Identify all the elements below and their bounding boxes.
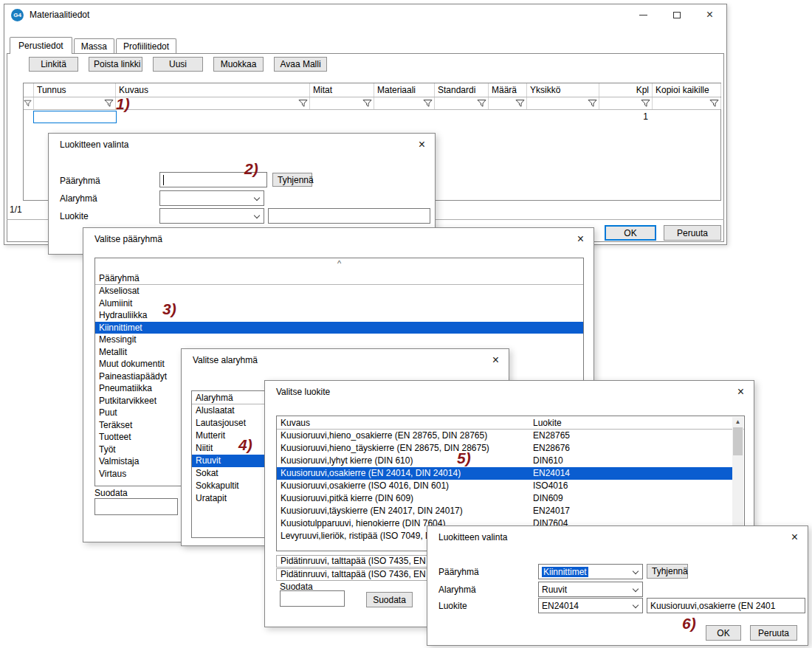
window-controls: × xyxy=(627,4,726,25)
ok-button[interactable]: OK xyxy=(706,625,741,641)
dialog-title[interactable]: Luokitteen valinta xyxy=(427,526,808,548)
kuvaus-column-header[interactable]: Kuvaus xyxy=(277,416,533,429)
item-luokite: EN28676 xyxy=(533,442,732,455)
column-filter-cell[interactable] xyxy=(489,97,527,109)
column-filter-cell[interactable] xyxy=(116,97,310,109)
alaryhma-combo[interactable] xyxy=(159,190,264,206)
luokite-description-field[interactable] xyxy=(268,208,430,224)
app-logo-icon: G4 xyxy=(11,9,24,21)
column-header[interactable]: Määrä xyxy=(489,83,527,97)
scrollbar-thumb[interactable] xyxy=(733,427,743,455)
column-header[interactable]: Mitat xyxy=(310,83,374,97)
main-window-title: Materiaalitiedot xyxy=(30,10,89,20)
cancel-button[interactable]: Peruuta xyxy=(750,625,797,641)
column-filter-cell[interactable] xyxy=(527,97,599,109)
close-icon[interactable]: × xyxy=(492,354,499,366)
chevron-down-icon xyxy=(633,568,639,574)
column-header[interactable]: Kpl xyxy=(599,83,653,97)
alaryhma-combo[interactable]: Ruuvit xyxy=(538,582,643,597)
clear-button[interactable]: Tyhjennä xyxy=(647,564,688,579)
list-item[interactable]: Messingit xyxy=(95,334,583,346)
toolbar-button[interactable]: Linkitä xyxy=(29,57,78,72)
maximize-button[interactable] xyxy=(660,4,693,25)
alaryhma-label: Alaryhmä xyxy=(60,193,97,204)
column-filter-cell[interactable] xyxy=(34,97,116,109)
filter-funnel-icon xyxy=(477,99,486,108)
column-header[interactable]: Yksikkö xyxy=(527,83,599,97)
annotation-4: 4) xyxy=(238,436,252,454)
dialog-title[interactable]: Valitse luokite xyxy=(265,381,754,403)
chevron-down-icon xyxy=(254,213,260,218)
scroll-up-icon[interactable]: ^ xyxy=(95,258,583,272)
filter-button[interactable]: Suodata xyxy=(366,592,413,607)
tab[interactable]: Profiilitiedot xyxy=(116,38,176,53)
tab[interactable]: Massa xyxy=(74,38,114,53)
toolbar: LinkitäPoista linkkiUusiMuokkaaAvaa Mall… xyxy=(29,57,327,72)
column-header[interactable]: Standardi xyxy=(435,83,489,97)
main-titlebar[interactable]: G4 Materiaalitiedot × xyxy=(4,4,726,25)
list-header: Pääryhmä xyxy=(95,272,583,285)
tab[interactable]: Perustiedot xyxy=(10,37,72,54)
clear-button[interactable]: Tyhjennä xyxy=(272,173,312,187)
toolbar-button[interactable]: Avaa Malli xyxy=(274,57,327,72)
annotation-2: 2) xyxy=(244,160,258,178)
list-header-row: Kuvaus Luokite xyxy=(277,416,744,430)
list-item[interactable]: Kuusioruuvi,hieno_täyskierre (EN 28675, … xyxy=(277,442,732,455)
toolbar-button[interactable]: Uusi xyxy=(153,57,203,72)
list-item[interactable]: Kuusioruuvi,osakierre (EN 24014, DIN 240… xyxy=(277,467,732,480)
list-item[interactable]: Kuusioruuvi,lyhyt kierre (DIN 610) DIN61… xyxy=(277,455,732,467)
column-header[interactable]: Kopioi kaikille xyxy=(653,83,721,97)
luokite-combo[interactable]: EN24014 xyxy=(538,598,643,613)
maximize-icon xyxy=(673,12,681,18)
tunnus-edit-cell[interactable] xyxy=(33,111,117,123)
dialog-luokitteen-valinta-2: Luokitteen valinta × Pääryhmä Kiinnittim… xyxy=(427,525,808,646)
column-filter-cell[interactable] xyxy=(310,97,374,109)
column-header[interactable]: Kuvaus xyxy=(116,83,310,97)
scroll-up-icon[interactable]: ▲ xyxy=(735,417,741,427)
luokite-description-field[interactable] xyxy=(647,598,805,613)
column-filter-cell[interactable] xyxy=(435,97,489,109)
close-icon[interactable]: × xyxy=(737,386,744,398)
column-filter-cell[interactable] xyxy=(653,97,721,109)
ok-button[interactable]: OK xyxy=(605,225,656,241)
column-filter-cell[interactable] xyxy=(24,97,34,109)
column-filter-cell[interactable] xyxy=(374,97,435,109)
dialog-title[interactable]: Valitse pääryhmä xyxy=(83,228,593,250)
filter-input[interactable] xyxy=(94,498,178,515)
list-item[interactable]: Kuusioruuvi,pitkä kierre (DIN 609) DIN60… xyxy=(277,492,732,505)
filter-funnel-icon xyxy=(423,99,433,108)
item-luokite: EN24017 xyxy=(533,505,732,517)
filter-funnel-icon xyxy=(104,99,114,108)
close-icon[interactable]: × xyxy=(791,531,798,543)
toolbar-button[interactable]: Poista linkki xyxy=(89,57,142,72)
close-icon[interactable]: × xyxy=(419,139,425,151)
column-header[interactable]: Tunnus xyxy=(34,83,116,97)
item-luokite: DIN610 xyxy=(533,455,732,467)
column-header[interactable]: Materiaali xyxy=(374,83,435,97)
luokite-column-header[interactable]: Luokite xyxy=(533,416,744,429)
column-filter-cell[interactable] xyxy=(599,97,653,109)
list-item[interactable]: Akseliosat xyxy=(95,285,583,297)
close-button[interactable]: × xyxy=(693,4,726,25)
list-item[interactable]: Kuusioruuvi,täyskierre (EN 24017, DIN 24… xyxy=(277,505,732,517)
paaryhma-combo[interactable]: Kiinnittimet xyxy=(538,564,643,579)
item-kuvaus: Kuusioruuvi,täyskierre (EN 24017, DIN 24… xyxy=(277,505,533,517)
cancel-button[interactable]: Peruuta xyxy=(664,225,721,241)
item-kuvaus: Kuusioruuvi,hieno_täyskierre (EN 28675, … xyxy=(277,442,533,455)
list-item[interactable]: Kiinnittimet xyxy=(95,322,583,334)
luokite-combo[interactable] xyxy=(159,208,264,224)
item-luokite: ISO4016 xyxy=(533,480,732,492)
filter-input[interactable] xyxy=(280,590,345,607)
pager: 1/1 xyxy=(10,204,22,215)
minimize-button[interactable] xyxy=(627,4,660,25)
list-item[interactable]: Kuusioruuvi,osakierre (ISO 4016, DIN 601… xyxy=(277,480,732,492)
toolbar-button[interactable]: Muokkaa xyxy=(213,57,264,72)
close-icon[interactable]: × xyxy=(577,233,584,245)
paaryhma-label: Pääryhmä xyxy=(60,176,100,186)
minimize-icon xyxy=(639,15,647,15)
dialog-title[interactable]: Luokitteen valinta xyxy=(49,134,435,156)
dialog-title[interactable]: Valitse alaryhmä xyxy=(182,349,509,371)
column-header[interactable] xyxy=(24,83,34,97)
item-kuvaus: Kuusioruuvi,osakierre (EN 24014, DIN 240… xyxy=(277,467,533,480)
list-item[interactable]: Kuusioruuvi,hieno_osakierre (EN 28765, D… xyxy=(277,430,732,442)
